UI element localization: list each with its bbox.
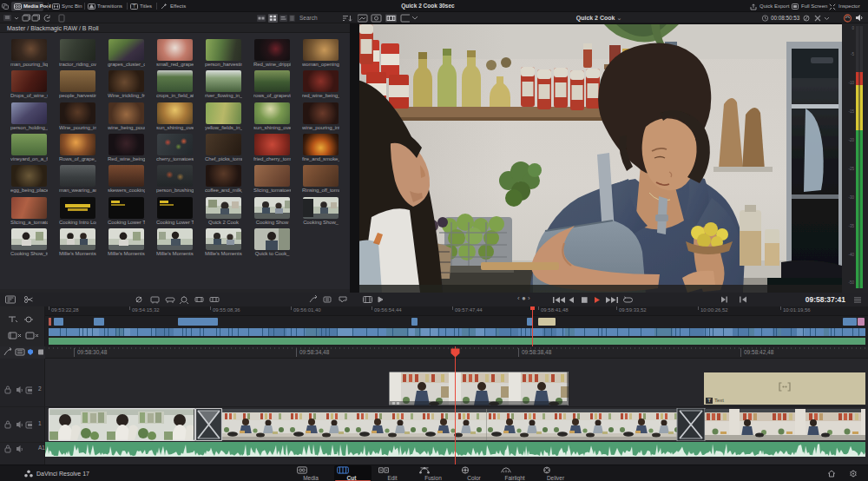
svg-text:-30: -30 xyxy=(848,195,854,200)
svg-text:-25: -25 xyxy=(848,167,854,171)
svg-text:-20: -20 xyxy=(848,138,854,142)
svg-text:T: T xyxy=(133,3,136,9)
svg-text:-50: -50 xyxy=(848,280,854,285)
svg-text:0: 0 xyxy=(852,26,854,30)
svg-text:-35: -35 xyxy=(848,224,854,228)
svg-text:-15: -15 xyxy=(848,109,854,114)
svg-text:-10: -10 xyxy=(848,81,854,85)
svg-text:-40: -40 xyxy=(848,253,854,257)
svg-text:-5: -5 xyxy=(851,52,854,56)
